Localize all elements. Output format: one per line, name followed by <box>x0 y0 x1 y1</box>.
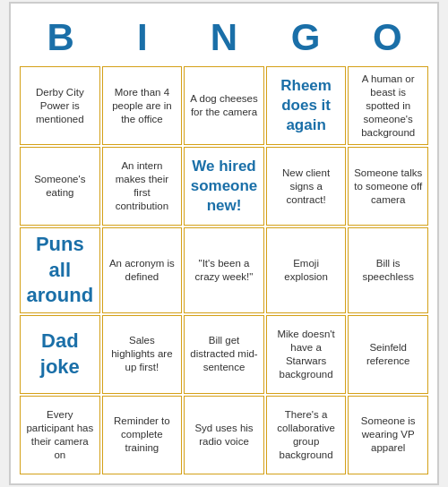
bingo-grid: Derby City Power is mentionedMore than 4… <box>20 66 428 474</box>
bingo-cell-17[interactable]: Bill get distracted mid-sentence <box>184 315 264 394</box>
bingo-cell-3[interactable]: Rheem does it again <box>266 66 347 145</box>
bingo-cell-13[interactable]: Emoji explosion <box>266 227 347 313</box>
bingo-letter-n: N <box>183 13 264 63</box>
bingo-cell-19[interactable]: Seinfeld reference <box>348 315 428 394</box>
bingo-card: BINGO Derby City Power is mentionedMore … <box>9 2 439 485</box>
bingo-cell-9[interactable]: Someone talks to someone off camera <box>348 147 428 226</box>
bingo-letter-b: B <box>20 13 101 63</box>
bingo-cell-0[interactable]: Derby City Power is mentioned <box>20 66 100 145</box>
bingo-cell-15[interactable]: Dad joke <box>20 315 100 394</box>
bingo-cell-8[interactable]: New client signs a contract! <box>266 147 347 226</box>
bingo-header: BINGO <box>20 13 428 63</box>
bingo-cell-14[interactable]: Bill is speechless <box>348 227 428 313</box>
bingo-cell-7[interactable]: We hired someone new! <box>184 147 264 226</box>
bingo-cell-10[interactable]: Puns all around <box>20 227 100 313</box>
bingo-cell-23[interactable]: There's a collaborative group background <box>266 396 347 474</box>
bingo-cell-11[interactable]: An acronym is defined <box>102 227 183 313</box>
bingo-cell-18[interactable]: Mike doesn't have a Starwars background <box>266 315 347 394</box>
bingo-letter-g: G <box>265 13 347 63</box>
bingo-cell-12[interactable]: "It's been a crazy week!" <box>184 227 264 313</box>
bingo-cell-16[interactable]: Sales highlights are up first! <box>102 315 183 394</box>
bingo-cell-6[interactable]: An intern makes their first contribution <box>102 147 183 226</box>
bingo-cell-1[interactable]: More than 4 people are in the office <box>102 66 183 145</box>
bingo-cell-2[interactable]: A dog cheeses for the camera <box>184 66 264 145</box>
bingo-cell-4[interactable]: A human or beast is spotted in someone's… <box>348 66 428 145</box>
bingo-cell-24[interactable]: Someone is wearing VP apparel <box>348 396 428 474</box>
bingo-cell-20[interactable]: Every participant has their camera on <box>20 396 100 474</box>
bingo-cell-21[interactable]: Reminder to complete training <box>102 396 183 474</box>
bingo-cell-22[interactable]: Syd uses his radio voice <box>184 396 264 474</box>
bingo-letter-o: O <box>347 13 428 63</box>
bingo-cell-5[interactable]: Someone's eating <box>20 147 100 226</box>
bingo-letter-i: I <box>101 13 183 63</box>
